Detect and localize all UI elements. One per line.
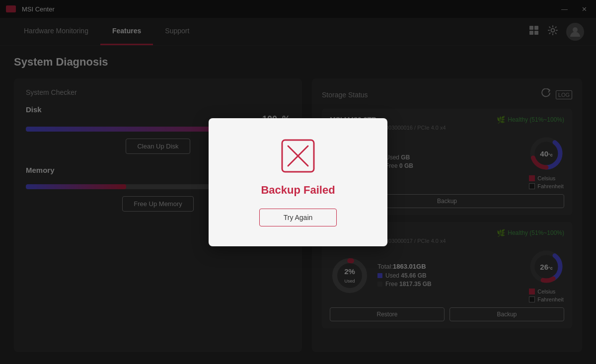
backup-failed-modal: Backup Failed Try Again (209, 118, 387, 246)
modal-error-icon (280, 138, 316, 174)
modal-title: Backup Failed (232, 184, 364, 197)
modal-overlay: Backup Failed Try Again (0, 0, 596, 364)
try-again-button[interactable]: Try Again (259, 209, 337, 226)
